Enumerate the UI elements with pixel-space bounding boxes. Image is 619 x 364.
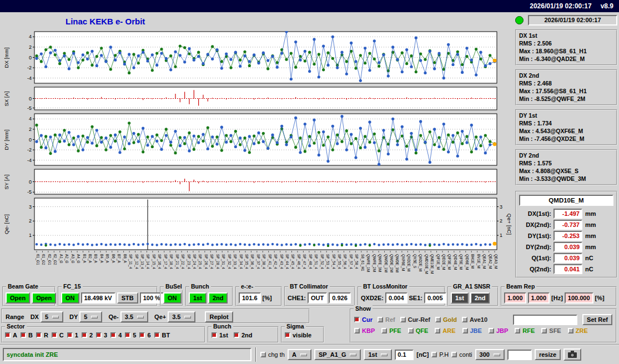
svg-text:SP_52_4: SP_52_4	[320, 254, 324, 269]
stat-min: Min : -8.525@QWFE_2M	[519, 95, 613, 103]
separator	[255, 347, 256, 362]
fc15-frame: FC_15 ON 18.498 kV STB 100 %	[58, 286, 158, 306]
range-label: Range	[6, 314, 24, 320]
svg-text:QWFE_2M: QWFE_2M	[372, 254, 376, 272]
chg-th-checkbox[interactable]: chg th	[260, 351, 285, 358]
sector-6-checkbox[interactable]: 6	[139, 332, 150, 338]
show-zre-checkbox[interactable]: ZRE	[568, 327, 588, 334]
show-ave10-checkbox[interactable]: Ave10	[462, 316, 487, 323]
fc15-on-button[interactable]: ON	[61, 292, 79, 304]
show-ref-checkbox[interactable]: Ref	[378, 316, 395, 323]
bunch-2nd-button[interactable]: 2nd	[208, 292, 228, 304]
stat-min: Min : -6.340@QAD2E_M	[519, 55, 613, 63]
svg-text:SP_31_4: SP_31_4	[221, 254, 225, 269]
svg-text:SP_16_4: SP_16_4	[157, 254, 162, 269]
sector-r-checkbox[interactable]: R	[36, 332, 48, 338]
range-dx-select[interactable]: 5	[41, 311, 63, 322]
show-cur-checkbox[interactable]: Cur	[354, 316, 373, 323]
svg-text:-4: -4	[27, 75, 32, 81]
count-input[interactable]	[507, 350, 532, 360]
element-select[interactable]: SP_A1_G	[314, 349, 361, 360]
bunch-1st-checkbox[interactable]: 1st	[212, 332, 228, 338]
sector-frame: Sector A B R C 1 2 3 4 5 6 BT	[1, 326, 205, 343]
busel-on-button[interactable]: ON	[163, 292, 182, 304]
show-jbp-checkbox[interactable]: JBP	[489, 327, 508, 334]
range-qe-minus-select[interactable]: 3.5	[120, 311, 148, 322]
sector-b-checkbox[interactable]: B	[21, 332, 33, 338]
dropdown-indicator-icon	[91, 316, 98, 318]
svg-text:0: 0	[29, 179, 32, 185]
fc15-stb-button[interactable]: STB	[117, 292, 138, 304]
bunch-order-select[interactable]: 1st	[364, 349, 392, 360]
show-kbp-checkbox[interactable]: KBP	[354, 327, 375, 334]
svg-text:B1_A: B1_A	[82, 254, 87, 264]
show-pfe-checkbox[interactable]: PFE	[381, 327, 401, 334]
show-sfe-checkbox[interactable]: SFE	[541, 327, 561, 334]
range-qep-label: Qe+	[154, 314, 166, 320]
set-ref-input[interactable]	[513, 315, 577, 325]
stat-group-title: DY 1st	[519, 112, 613, 119]
status-bar: syncdata init ZRE chg th A SP_A1_G 1st […	[0, 344, 619, 364]
sector-2-checkbox[interactable]: 2	[82, 332, 93, 338]
sector-bt-checkbox[interactable]: BT	[154, 332, 170, 338]
range-qe-plus-select[interactable]: 3.5	[168, 311, 195, 322]
svg-text:DY [mm]: DY [mm]	[3, 130, 9, 150]
svg-text:SP_14_4: SP_14_4	[145, 254, 150, 269]
show-are-checkbox[interactable]: ARE	[435, 327, 455, 334]
svg-text:SP_34_4: SP_34_4	[239, 254, 243, 269]
set-ref-button[interactable]: Set Ref	[582, 314, 612, 325]
svg-text:S8_61_H1: S8_61_H1	[360, 254, 365, 271]
beam-rep-2nd-readout: 1.000	[528, 292, 550, 304]
snapshot-button[interactable]	[563, 348, 581, 361]
sigma-visible-checkbox[interactable]: visible	[285, 332, 311, 338]
bunch-2nd-checkbox[interactable]: 2nd	[234, 332, 253, 338]
svg-text:62_G2: 62_G2	[53, 254, 57, 265]
svg-text:SP_45_4: SP_45_4	[290, 254, 295, 269]
resize-button[interactable]: resize	[535, 349, 561, 360]
show-gold-checkbox[interactable]: Gold	[435, 316, 457, 323]
replot-button[interactable]: Replot	[205, 311, 233, 322]
svg-text:A2_G: A2_G	[64, 254, 69, 264]
show-rfe-checkbox[interactable]: RFE	[515, 327, 535, 334]
element-value-readout: 0.041	[553, 264, 582, 274]
bunch-1st-button[interactable]: 1st	[189, 292, 207, 304]
svg-text:SP_22_4: SP_22_4	[180, 254, 185, 269]
sector-a-checkbox[interactable]: A	[5, 332, 17, 338]
sector-4-checkbox[interactable]: 4	[110, 332, 122, 338]
svg-text:SP_18_4: SP_18_4	[169, 254, 173, 269]
svg-text:SP_46_4: SP_46_4	[296, 254, 301, 269]
beam-gate-open1-button[interactable]: Open	[6, 292, 30, 304]
show-cur-ref-checkbox[interactable]: Cur-Ref	[400, 316, 430, 323]
svg-text:SP_38_4: SP_38_4	[261, 254, 266, 269]
sector-1-checkbox[interactable]: 1	[67, 332, 78, 338]
svg-text:QIF5E_M: QIF5E_M	[459, 254, 463, 270]
svg-text:-2: -2	[27, 65, 32, 70]
stat-rms: RMS : 2.468	[519, 79, 613, 87]
range-dy-select[interactable]: 5	[79, 311, 102, 322]
dropdown-indicator-icon	[494, 353, 500, 356]
range-dx-label: DX	[31, 314, 39, 320]
conti-checkbox[interactable]: conti	[451, 351, 472, 358]
show-qfe-checkbox[interactable]: QFE	[408, 327, 429, 334]
beam-rep-frame: Beam Rep 1.000 1.000 [Hz] 100.000 [%]	[501, 286, 617, 306]
interval-select[interactable]: 300	[475, 349, 505, 360]
svg-text:SP_53_4: SP_53_4	[325, 254, 330, 269]
mode-select[interactable]: A	[288, 349, 311, 360]
sector-c-checkbox[interactable]: C	[52, 332, 64, 338]
stat-min: Min : -7.456@QXD2E_M	[519, 135, 613, 143]
threshold-input[interactable]	[395, 350, 414, 360]
status-panel: 2026/01/19 02:00:17 DX 1st RMS : 2.506 M…	[515, 14, 617, 278]
svg-text:-4: -4	[27, 158, 32, 163]
sector-5-checkbox[interactable]: 5	[125, 332, 136, 338]
dy-orbit-plot: 420-2-4DY [mm]	[0, 113, 514, 166]
svg-text:SP_15_4: SP_15_4	[152, 254, 156, 269]
ph-checkbox[interactable]: P.H	[431, 351, 449, 358]
sector-3-checkbox[interactable]: 3	[96, 332, 107, 338]
show-jbe-checkbox[interactable]: JBE	[462, 327, 482, 334]
beam-gate-open2-button[interactable]: Open	[32, 292, 56, 304]
stat-group-dx-1st: DX 1st RMS : 2.506 Max : 18.960@S8_61_H1…	[515, 29, 617, 65]
svg-text:2: 2	[29, 127, 32, 132]
gr-a1-2nd-button[interactable]: 2nd	[470, 292, 490, 304]
gr-a1-1st-button[interactable]: 1st	[451, 292, 469, 304]
stat-group-title: DY 2nd	[519, 151, 613, 159]
